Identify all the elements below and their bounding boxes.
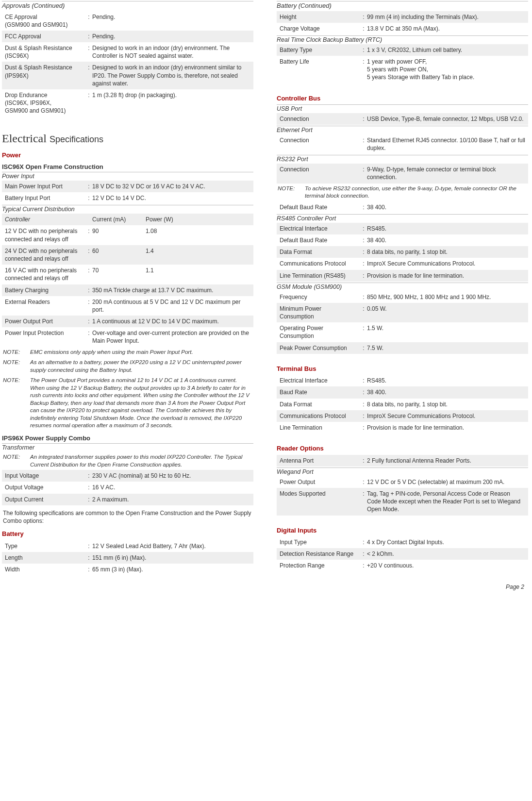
tcd-h-controller: Controller — [5, 216, 85, 223]
row-value: Pending. — [92, 33, 250, 40]
row-value: Standard Ethernet RJ45 connector. 10/100… — [367, 136, 525, 152]
tbus-row: Baud Rate:38 400. — [277, 386, 528, 398]
row-value: ImproX Secure Communications Protocol. — [367, 412, 525, 420]
row-label: 12 V DC with no peripherals connected an… — [5, 227, 85, 243]
row-sep: : — [360, 400, 367, 408]
rtc-sub: Real Time Clock Backup Battery (RTC) — [277, 35, 528, 44]
row-value: 1.5 W. — [367, 324, 525, 332]
row-value: 12 V DC to 14 V DC. — [92, 194, 250, 202]
row-sep: : — [85, 329, 92, 337]
row-label: 16 V AC with no peripherals connected an… — [5, 267, 85, 282]
battery-row: Length:151 mm (6 in) (Max). — [2, 552, 253, 564]
row-value: 0.05 W. — [367, 305, 525, 313]
row-label: Power Input Protection — [5, 329, 85, 337]
row-value: 2 Fully functional Antenna Reader Ports. — [367, 457, 525, 465]
row-label: Electrical Interface — [280, 225, 360, 233]
rtc-row: Battery Life:1 year with power OFF,5 yea… — [277, 56, 528, 83]
row-value: RS485. — [367, 377, 525, 384]
gsm-row: Peak Power Consumption:7.5 W. — [277, 342, 528, 354]
row-value: Provision is made for line termination. — [367, 272, 525, 280]
battery-row: Type:12 V Sealed Lead Acid Battery, 7 Ah… — [2, 540, 253, 552]
note-text: As an alternative to a battery, power th… — [30, 359, 252, 374]
note: NOTE:The Power Output Port provides a no… — [2, 375, 253, 431]
row-label: Main Power Input Port — [5, 183, 85, 190]
row-sep: : — [360, 324, 367, 332]
tcd-sub: Typical Current Distribution — [2, 205, 253, 214]
controller-bus-heading: Controller Bus — [277, 94, 528, 103]
rs485-row: Default Baud Rate:38 400. — [277, 234, 528, 246]
row-sep: : — [85, 13, 92, 21]
row-label: Protection Range — [280, 562, 360, 569]
row-power: 1.1 — [146, 267, 250, 274]
row-current: 90 — [92, 227, 146, 235]
row-label: FCC Approval — [5, 33, 85, 40]
rs232-sub: RS232 Port — [277, 155, 528, 164]
row-value: 7.5 W. — [367, 344, 525, 352]
rs485-row: Line Termination (RS485):Provision is ma… — [277, 270, 528, 282]
row-label: Electrical Interface — [280, 377, 360, 384]
row-value: Pending. — [92, 13, 250, 21]
tcd-row: Power Input Protection:Over-voltage and … — [2, 327, 253, 347]
row-label: Default Baud Rate — [280, 236, 360, 244]
note-text: An integrated transformer supplies power… — [30, 453, 252, 468]
row-label: Operating Power Consumption — [280, 324, 360, 340]
row-label: Output Current — [5, 496, 85, 503]
power-heading: Power — [2, 151, 253, 160]
digital-row: Protection Range:+20 V continuous. — [277, 560, 528, 571]
row-label: Data Format — [280, 400, 360, 408]
rs232b-row: Default Baud Rate:38 400. — [277, 201, 528, 213]
row-label: Battery Type — [280, 46, 360, 54]
note-label: NOTE: — [278, 185, 305, 200]
row-sep: : — [360, 344, 367, 352]
row-sep: : — [360, 562, 367, 569]
row-sep: : — [360, 13, 367, 21]
row-value: 1 A continuous at 12 V DC to 14 V DC max… — [92, 317, 250, 325]
gsm-row: Frequency:850 MHz, 900 MHz, 1 800 MHz an… — [277, 291, 528, 303]
digital-row: Input Type:4 x Dry Contact Digital Input… — [277, 536, 528, 548]
row-label: Connection — [280, 136, 360, 144]
row-value: 9-Way, D-type, female connector or termi… — [367, 166, 525, 181]
row-sep: : — [360, 424, 367, 432]
tcd-header: ControllerCurrent (mA)Power (W) — [2, 214, 253, 225]
row-value: 1 m (3.28 ft) drop (in packaging). — [92, 91, 250, 99]
row-sep: : — [360, 46, 367, 54]
rs232-note: NOTE:To achieve RS232 connection, use ei… — [277, 184, 528, 201]
row-value: 12 V Sealed Lead Acid Battery, 7 Ahr (Ma… — [92, 542, 250, 550]
row-power: 1.08 — [146, 227, 250, 235]
row-label: Default Baud Rate — [280, 203, 360, 211]
battery-row: Width:65 mm (3 in) (Max). — [2, 564, 253, 575]
approvals-continued: Approvals (Continued) — [2, 1, 253, 10]
ips-heading: IPS96X Power Supply Combo — [2, 434, 253, 443]
row-label: Power Output Port — [5, 317, 85, 325]
note-text: To achieve RS232 connection, use either … — [305, 185, 527, 200]
tbus-row: Electrical Interface:RS485. — [277, 375, 528, 386]
row-label: CE Approval(GSM900 and GSM901) — [5, 13, 85, 29]
reader-row: Antenna Port:2 Fully functional Antenna … — [277, 455, 528, 467]
row-label: Modes Supported — [280, 490, 360, 498]
row-sep: : — [360, 203, 367, 211]
row-value: 13.8 V DC at 350 mA (Max). — [367, 25, 525, 33]
row-label: Communications Protocol — [280, 260, 360, 267]
approval-row: Drop Endurance(ISC96X, IPS96X,GSM900 and… — [2, 89, 253, 117]
row-sep: : — [360, 58, 367, 66]
transformer-row: Output Current:2 A maximum. — [2, 494, 253, 505]
row-sep: : — [85, 91, 92, 99]
electrical-heading: Electrical Specifications — [2, 131, 253, 146]
rs232-row: Connection:9-Way, D-type, female connect… — [277, 164, 528, 183]
row-value: 8 data bits, no parity, 1 stop bit. — [367, 248, 525, 256]
row-value: 38 400. — [367, 236, 525, 244]
tcd-h-power: Power (W) — [146, 216, 250, 223]
wiegand-sub: Wiegand Port — [277, 467, 528, 476]
row-value: 1 year with power OFF,5 years with Power… — [367, 58, 525, 82]
common-para: The following specifications are common … — [3, 509, 252, 525]
row-value: 200 mA continuous at 5 V DC and 12 V DC … — [92, 298, 250, 314]
transformer-row: Output Voltage:16 V AC. — [2, 482, 253, 493]
row-value: Designed to work in an indoor (dry) envi… — [92, 64, 250, 87]
row-sep: : — [85, 227, 92, 235]
row-sep: : — [360, 490, 367, 498]
row-sep: : — [85, 566, 92, 573]
row-label: Data Format — [280, 248, 360, 256]
tcd-row: 16 V AC with no peripherals connected an… — [2, 265, 253, 284]
approval-row: CE Approval(GSM900 and GSM901):Pending. — [2, 11, 253, 31]
tcd-h-current: Current (mA) — [92, 216, 146, 223]
